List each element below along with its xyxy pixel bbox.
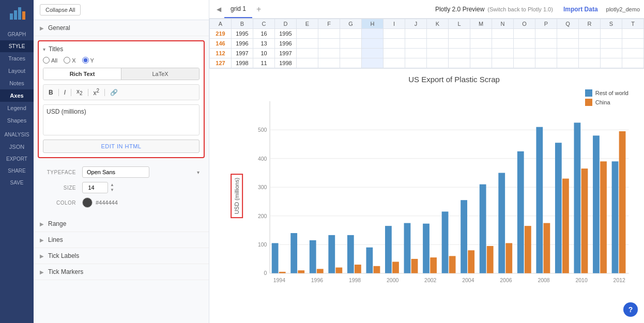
grid-cell[interactable] bbox=[622, 39, 644, 49]
grid-cell[interactable] bbox=[405, 29, 427, 39]
grid-cell[interactable] bbox=[470, 49, 492, 58]
grid-cell[interactable] bbox=[384, 29, 405, 39]
grid-cell[interactable] bbox=[297, 29, 318, 39]
grid-cell[interactable]: 1998 bbox=[275, 58, 297, 68]
grid-cell[interactable]: 146 bbox=[210, 39, 232, 49]
grid-cell[interactable]: 1996 bbox=[232, 39, 253, 49]
grid-cell[interactable] bbox=[579, 39, 601, 49]
grid-cell[interactable] bbox=[601, 39, 622, 49]
grid-cell[interactable]: 127 bbox=[210, 58, 232, 68]
topbar-back-arrow[interactable]: ◀ bbox=[213, 6, 224, 13]
size-down-button[interactable]: ▼ bbox=[109, 188, 115, 193]
grid-cell[interactable] bbox=[470, 58, 492, 68]
grid-cell[interactable] bbox=[405, 58, 427, 68]
grid-cell[interactable]: 112 bbox=[210, 49, 232, 58]
grid-cell[interactable] bbox=[449, 58, 470, 68]
grid-cell[interactable] bbox=[340, 39, 362, 49]
grid-cell[interactable] bbox=[601, 58, 622, 68]
sidebar-item-graph[interactable]: GRAPH bbox=[0, 28, 34, 40]
range-section-header[interactable]: ▶ Range bbox=[34, 216, 209, 232]
radio-x[interactable]: X bbox=[64, 57, 75, 64]
radio-y[interactable]: Y bbox=[82, 57, 94, 64]
grid-cell[interactable] bbox=[340, 58, 362, 68]
grid-cell[interactable] bbox=[449, 39, 470, 49]
grid-cell[interactable] bbox=[601, 29, 622, 39]
radio-all[interactable]: All bbox=[43, 57, 57, 64]
grid-cell[interactable] bbox=[405, 49, 427, 58]
grid-cell[interactable] bbox=[449, 29, 470, 39]
grid-cell[interactable]: 1998 bbox=[232, 58, 253, 68]
grid-cell[interactable] bbox=[514, 49, 535, 58]
link-button[interactable]: 🔗 bbox=[108, 88, 120, 97]
grid-cell[interactable]: 1995 bbox=[275, 29, 297, 39]
help-button[interactable]: ? bbox=[623, 302, 638, 317]
grid-cell[interactable]: 1995 bbox=[232, 29, 253, 39]
size-up-button[interactable]: ▲ bbox=[109, 182, 115, 188]
grid-cell[interactable] bbox=[297, 39, 318, 49]
grid-cell[interactable] bbox=[579, 58, 601, 68]
grid-cell[interactable] bbox=[579, 29, 601, 39]
add-tab-button[interactable]: + bbox=[252, 0, 265, 18]
grid-cell[interactable]: 1996 bbox=[275, 39, 297, 49]
grid-cell[interactable] bbox=[470, 39, 492, 49]
grid-cell[interactable] bbox=[362, 29, 384, 39]
grid-cell[interactable]: 10 bbox=[253, 49, 275, 58]
grid-cell[interactable] bbox=[492, 58, 514, 68]
color-swatch[interactable] bbox=[82, 197, 93, 208]
grid-cell[interactable]: 13 bbox=[253, 39, 275, 49]
grid-cell[interactable] bbox=[427, 39, 449, 49]
grid-cell[interactable] bbox=[405, 39, 427, 49]
grid-cell[interactable] bbox=[514, 29, 535, 39]
grid-cell[interactable] bbox=[622, 49, 644, 58]
sidebar-item-share[interactable]: SHARE bbox=[0, 165, 34, 177]
tab-latex[interactable]: LaTeX bbox=[121, 68, 199, 80]
tab-rich-text[interactable]: Rich Text bbox=[43, 68, 121, 80]
grid-cell[interactable] bbox=[449, 49, 470, 58]
lines-section-header[interactable]: ▶ Lines bbox=[34, 232, 209, 248]
grid-cell[interactable]: 16 bbox=[253, 29, 275, 39]
grid-cell[interactable] bbox=[601, 49, 622, 58]
grid-cell[interactable]: 219 bbox=[210, 29, 232, 39]
grid-cell[interactable] bbox=[535, 58, 557, 68]
grid-cell[interactable] bbox=[362, 39, 384, 49]
sidebar-item-export[interactable]: EXPORT bbox=[0, 153, 34, 165]
grid-cell[interactable] bbox=[557, 29, 579, 39]
grid-cell[interactable] bbox=[384, 39, 405, 49]
grid-cell[interactable]: 11 bbox=[253, 58, 275, 68]
grid-cell[interactable] bbox=[557, 39, 579, 49]
grid-cell[interactable] bbox=[535, 29, 557, 39]
tick-markers-section-header[interactable]: ▶ Tick Markers bbox=[34, 264, 209, 280]
bold-button[interactable]: B bbox=[47, 88, 55, 97]
typeface-select[interactable]: Open Sans Arial Helvetica Times New Roma… bbox=[82, 166, 149, 178]
grid-cell[interactable] bbox=[535, 39, 557, 49]
grid-cell[interactable] bbox=[535, 49, 557, 58]
grid-cell[interactable] bbox=[297, 49, 318, 58]
import-data-button[interactable]: Import Data bbox=[563, 6, 598, 13]
grid-cell[interactable] bbox=[622, 58, 644, 68]
grid-cell[interactable]: 1997 bbox=[232, 49, 253, 58]
grid-cell[interactable] bbox=[318, 58, 340, 68]
grid-cell[interactable] bbox=[492, 29, 514, 39]
grid-cell[interactable] bbox=[514, 39, 535, 49]
grid-cell[interactable] bbox=[318, 29, 340, 39]
grid-cell[interactable] bbox=[579, 49, 601, 58]
grid-cell[interactable] bbox=[492, 49, 514, 58]
grid-cell[interactable] bbox=[427, 29, 449, 39]
sidebar-item-save[interactable]: SAVE bbox=[0, 177, 34, 189]
italic-button[interactable]: I bbox=[62, 88, 68, 97]
grid-cell[interactable] bbox=[557, 58, 579, 68]
sidebar-item-legend[interactable]: Legend bbox=[0, 102, 34, 114]
sidebar-item-traces[interactable]: Traces bbox=[0, 52, 34, 65]
sidebar-item-notes[interactable]: Notes bbox=[0, 77, 34, 89]
grid-cell[interactable] bbox=[557, 49, 579, 58]
grid-cell[interactable] bbox=[622, 29, 644, 39]
switch-back-text[interactable]: (Switch back to Plotly 1.0) bbox=[487, 6, 553, 12]
grid-cell[interactable] bbox=[384, 58, 405, 68]
grid-cell[interactable]: 1997 bbox=[275, 49, 297, 58]
size-input[interactable] bbox=[82, 182, 108, 193]
grid-cell[interactable] bbox=[297, 58, 318, 68]
grid-cell[interactable] bbox=[362, 49, 384, 58]
grid-cell[interactable] bbox=[384, 49, 405, 58]
title-text-editor[interactable]: USD (millions) bbox=[43, 104, 200, 135]
grid-cell[interactable] bbox=[340, 29, 362, 39]
